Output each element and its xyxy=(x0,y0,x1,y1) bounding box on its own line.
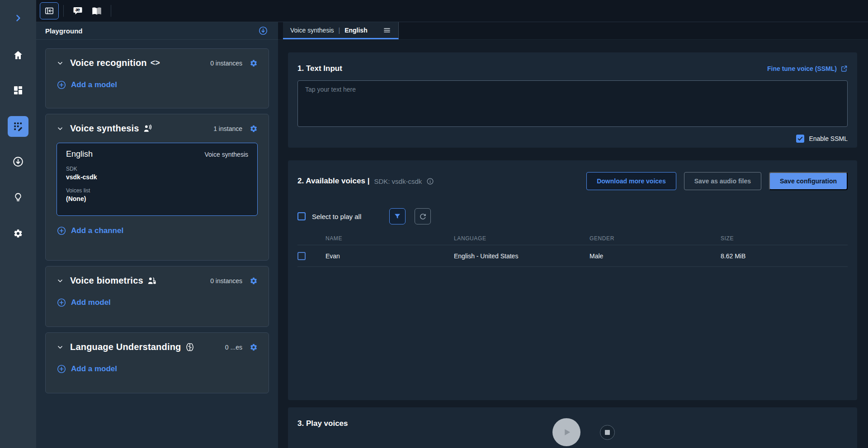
collapse-panel-button[interactable] xyxy=(40,2,59,19)
cell-name: Evan xyxy=(326,252,454,260)
transcription-button[interactable]: æ xyxy=(68,2,87,19)
stop-icon xyxy=(605,430,610,435)
english-instance-card[interactable]: English Voice synthesis SDK vsdk-csdk Vo… xyxy=(57,143,258,216)
voice-synthesis-card: Voice synthesis 1 instance English Voice… xyxy=(45,114,269,261)
cell-gender: Male xyxy=(590,252,721,260)
instance-count: 0 instances xyxy=(210,277,242,285)
language-understanding-card: Language Understanding 0 ...es Add a mod… xyxy=(45,332,269,393)
circle-plus-icon xyxy=(57,226,66,236)
dashboard-icon[interactable] xyxy=(9,81,27,99)
text-input-textarea[interactable] xyxy=(297,80,848,127)
app-window: æ Playground Voice recognition <> xyxy=(0,0,868,448)
col-header-name: NAME xyxy=(326,235,454,242)
speaking-person-icon xyxy=(143,124,153,134)
playground-icon[interactable] xyxy=(8,116,28,137)
filter-button[interactable] xyxy=(389,208,406,224)
enable-ssml-checkbox[interactable] xyxy=(796,135,804,143)
add-model-link[interactable]: Add a model xyxy=(57,80,117,90)
chevron-down-icon[interactable] xyxy=(57,60,64,67)
voice-recognition-card: Voice recognition <> 0 instances Add a m… xyxy=(45,48,269,108)
available-voices-title: 2. Available voices | xyxy=(297,177,369,186)
collapse-panel-icon xyxy=(44,6,54,16)
select-to-play-all-checkbox[interactable] xyxy=(297,212,306,220)
select-to-play-all-label: Select to play all xyxy=(312,213,361,220)
instance-name: English xyxy=(66,149,93,159)
tab-menu-hamburger-icon[interactable] xyxy=(383,26,391,34)
sdk-label: SDK xyxy=(66,166,248,172)
transcription-chat-icon: æ xyxy=(72,5,83,16)
save-configuration-button[interactable]: Save configuration xyxy=(769,172,848,190)
refresh-icon xyxy=(419,212,427,221)
instance-count: 1 instance xyxy=(213,125,242,132)
card-title: Language Understanding xyxy=(70,342,181,352)
playground-panel: Playground Voice recognition <> 0 instan… xyxy=(36,22,278,448)
add-model-link[interactable]: Add a model xyxy=(57,364,117,374)
instance-count: 0 ...es xyxy=(225,344,242,351)
table-header-row: NAME LANGUAGE GENDER SIZE xyxy=(297,232,848,245)
filter-funnel-icon xyxy=(393,212,401,220)
enable-ssml-label: Enable SSML xyxy=(809,135,848,142)
documentation-book-icon xyxy=(91,5,103,17)
voices-list-label: Voices list xyxy=(66,187,248,194)
chevron-down-icon[interactable] xyxy=(57,277,64,285)
sdk-caption: SDK: vsdk-csdk xyxy=(374,177,422,185)
tab-voice-synthesis-english[interactable]: Voice synthesis | English xyxy=(283,22,399,39)
table-row[interactable]: Evan English - United States Male 8.62 M… xyxy=(297,245,848,267)
add-model-link[interactable]: Add model xyxy=(57,298,111,308)
col-header-size: SIZE xyxy=(721,235,848,242)
save-as-audio-files-button[interactable]: Save as audio files xyxy=(684,172,761,190)
download-playground-icon[interactable] xyxy=(258,26,268,36)
main-area: Voice synthesis | English 1. Text Input … xyxy=(278,22,868,448)
check-icon xyxy=(797,135,803,142)
voice-biometrics-icon xyxy=(147,276,157,286)
circle-plus-icon xyxy=(57,298,66,308)
cell-language: English - United States xyxy=(454,252,590,260)
voice-biometrics-card: Voice biometrics 0 instances Add model xyxy=(45,266,269,327)
documentation-button[interactable] xyxy=(87,2,106,19)
cell-size: 8.62 MiB xyxy=(721,252,848,260)
text-input-section: 1. Text Input Fine tune voice (SSML) Ena… xyxy=(288,52,857,148)
svg-text:æ: æ xyxy=(75,7,80,12)
voices-list-value: (None) xyxy=(66,195,248,202)
instance-type: Voice synthesis xyxy=(205,151,249,158)
refresh-button[interactable] xyxy=(415,208,431,224)
card-title: Voice biometrics xyxy=(70,275,143,286)
top-toolbar: æ xyxy=(36,0,868,22)
ideas-lightbulb-icon[interactable] xyxy=(9,188,27,206)
col-header-gender: GENDER xyxy=(590,235,721,242)
card-settings-gear-icon[interactable] xyxy=(250,277,258,285)
expand-panel-chevron-right-icon[interactable] xyxy=(9,9,27,27)
available-voices-section: 2. Available voices | SDK: vsdk-csdk Dow… xyxy=(288,160,857,400)
tab-bar: Voice synthesis | English xyxy=(278,22,868,40)
card-settings-gear-icon[interactable] xyxy=(250,343,258,351)
external-link-icon xyxy=(840,65,848,72)
card-title: Voice synthesis xyxy=(70,123,139,134)
col-header-language: LANGUAGE xyxy=(454,235,590,242)
text-input-title: 1. Text Input xyxy=(297,64,342,73)
card-settings-gear-icon[interactable] xyxy=(250,59,258,67)
add-channel-link[interactable]: Add a channel xyxy=(57,226,123,236)
chevron-down-icon[interactable] xyxy=(57,125,64,132)
row-checkbox[interactable] xyxy=(297,252,306,260)
fine-tune-ssml-link[interactable]: Fine tune voice (SSML) xyxy=(767,65,848,72)
chevron-down-icon[interactable] xyxy=(57,344,64,351)
stop-button[interactable] xyxy=(600,425,615,440)
toolbar-separator xyxy=(63,5,64,17)
card-settings-gear-icon[interactable] xyxy=(250,125,258,133)
info-icon[interactable] xyxy=(426,177,434,185)
sdk-value: vsdk-csdk xyxy=(66,173,248,181)
voices-table: NAME LANGUAGE GENDER SIZE Evan English -… xyxy=(297,232,848,267)
play-button[interactable] xyxy=(552,418,580,446)
play-icon xyxy=(560,425,573,439)
play-voices-section: 3. Play voices xyxy=(288,407,857,448)
settings-gear-icon[interactable] xyxy=(9,224,27,243)
left-rail xyxy=(0,0,36,448)
instance-count: 0 instances xyxy=(210,60,242,67)
home-icon[interactable] xyxy=(9,46,27,64)
panel-title: Playground xyxy=(45,27,83,35)
code-icon: <> xyxy=(151,58,160,68)
download-more-voices-button[interactable]: Download more voices xyxy=(586,172,676,190)
circle-plus-icon xyxy=(57,364,66,374)
brain-icon xyxy=(185,342,195,352)
download-icon[interactable] xyxy=(9,153,27,171)
